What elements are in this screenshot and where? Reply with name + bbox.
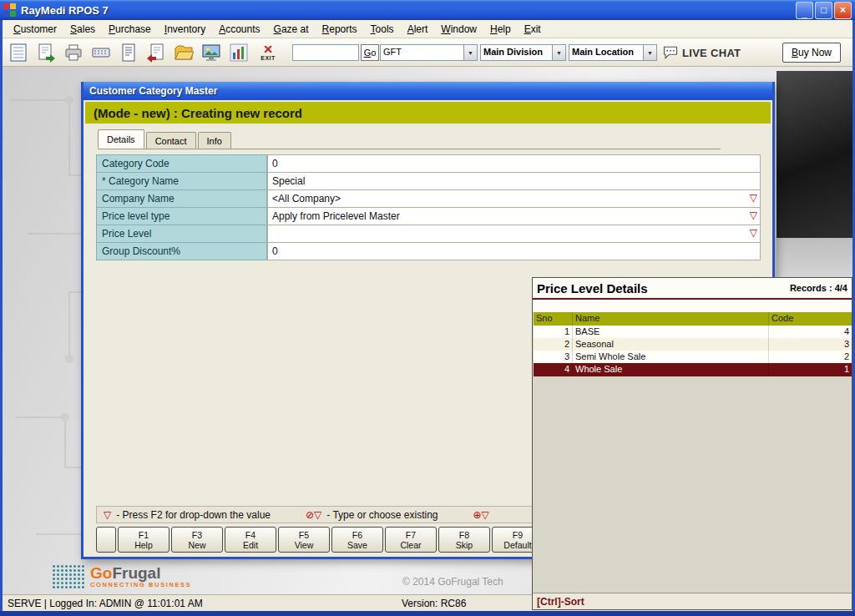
menu-help[interactable]: Help [483, 22, 518, 37]
col-name: Name [573, 312, 769, 326]
live-chat-label: LIVE CHAT [682, 47, 741, 59]
dropdown-arrow-icon[interactable]: ▽ [750, 193, 757, 204]
sort-hint-text: [Ctrl]-Sort [537, 596, 584, 608]
type-choose-hint-icon: ⊘▽ [306, 509, 321, 521]
f5-view-button[interactable]: F5View [278, 527, 330, 553]
menu-accounts[interactable]: Accounts [212, 22, 266, 37]
import-icon[interactable] [145, 42, 167, 63]
menu-alert[interactable]: Alert [401, 22, 435, 37]
menu-gaze-at[interactable]: Gaze at [267, 22, 316, 37]
group-discount-input[interactable]: 0 [267, 242, 761, 260]
minimize-button[interactable]: _ [796, 2, 813, 19]
ledger-icon[interactable] [8, 42, 29, 63]
dropdown-arrow-icon[interactable]: ▽ [750, 228, 757, 239]
price-level-type-input[interactable]: Apply from Pricelevel Master [267, 207, 761, 225]
col-code: Code [769, 312, 852, 326]
close-button[interactable]: × [834, 2, 852, 19]
field-row-group-discount: Group Discount% 0 [96, 242, 761, 260]
exit-x-glyph: ✕ [263, 44, 273, 55]
table-row[interactable]: 2 Seasonal 3 [534, 338, 852, 351]
sort-hint-bar: [Ctrl]-Sort [533, 593, 852, 609]
image-icon[interactable] [200, 42, 222, 63]
chat-bubble-icon [663, 45, 678, 60]
menu-reports[interactable]: Reports [316, 22, 364, 37]
gofrugal-logo: GoFrugal CONNECTING BUSINESS [52, 564, 191, 589]
product-banner-image [777, 71, 852, 238]
company-select[interactable]: GFT ▼ [380, 44, 478, 61]
tab-contact[interactable]: Contact [146, 132, 196, 149]
location-select[interactable]: Main Location ▼ [569, 44, 657, 61]
location-select-value: Main Location [569, 45, 643, 60]
dialog-title: Customer Category Master [89, 85, 217, 97]
f1-help-button[interactable]: F1Help [118, 527, 169, 553]
menu-inventory[interactable]: Inventory [158, 22, 212, 37]
menu-exit[interactable]: Exit [518, 22, 548, 37]
field-row-company-name: Company Name <All Company> ▽ [96, 189, 761, 208]
export-icon[interactable] [35, 42, 57, 63]
f4-edit-button[interactable]: F4Edit [225, 527, 276, 553]
chevron-down-icon[interactable]: ▼ [463, 45, 477, 60]
dropdown-arrow-icon[interactable]: ▽ [750, 210, 757, 221]
company-name-input[interactable]: <All Company> [267, 189, 761, 208]
category-name-label: * Category Name [96, 172, 267, 190]
company-name-label: Company Name [96, 189, 267, 208]
go-button[interactable]: Go [361, 44, 379, 61]
window-frame-bottom [0, 611, 855, 616]
tab-details[interactable]: Details [98, 129, 144, 149]
dropdown-hint-icon: ▽ [104, 509, 111, 521]
buy-now-button[interactable]: Buy Now [782, 43, 841, 63]
app-icon [3, 3, 17, 17]
exit-icon[interactable]: ✕ EXIT [255, 42, 281, 63]
category-code-label: Category Code [96, 154, 267, 173]
maximize-button[interactable]: □ [815, 2, 832, 19]
price-level-label: Price Level [96, 225, 267, 243]
keyboard-icon[interactable] [90, 42, 112, 63]
menu-purchase[interactable]: Purchase [102, 22, 158, 37]
menu-tools[interactable]: Tools [364, 22, 401, 37]
window-frame-left [0, 20, 3, 611]
category-name-input[interactable]: Special [267, 172, 761, 190]
tab-strip: Details Contact Info [98, 130, 721, 149]
version-text: Version: RC86 [402, 598, 466, 609]
chart-icon[interactable] [228, 42, 250, 63]
application-window: RayMedi RPOS 7 _ □ × Customer Sales Purc… [0, 0, 855, 616]
price-level-input[interactable] [267, 225, 761, 243]
toolbar: ✕ EXIT Go GFT ▼ Main Division ▼ Main Loc… [3, 38, 852, 67]
f3-new-button[interactable]: F3New [171, 527, 223, 553]
hint-text-1: - Press F2 for drop-down the value [116, 509, 271, 521]
report-icon[interactable] [118, 42, 139, 63]
window-title: RayMedi RPOS 7 [21, 4, 794, 17]
tab-info[interactable]: Info [198, 132, 231, 149]
quick-search-input[interactable] [292, 44, 359, 61]
chevron-down-icon[interactable]: ▼ [643, 45, 656, 60]
window-titlebar: RayMedi RPOS 7 _ □ × [0, 0, 855, 20]
col-sno: Sno [534, 312, 573, 326]
print-icon[interactable] [63, 42, 84, 63]
login-status-text: SERVE | Logged In: ADMIN @ 11:01:01 AM [3, 598, 203, 609]
f7-clear-button[interactable]: F7Clear [385, 527, 437, 553]
field-row-category-name: * Category Name Special [96, 172, 761, 190]
chevron-down-icon[interactable]: ▼ [552, 45, 565, 60]
function-key-row: F1Help F3New F4Edit F5View F6Save F7Clea… [96, 527, 544, 553]
division-select-value: Main Division [481, 45, 552, 60]
table-row[interactable]: 1 BASE 4 [534, 326, 852, 339]
table-header: Sno Name Code [534, 312, 852, 326]
menu-bar: Customer Sales Purchase Inventory Accoun… [3, 20, 852, 38]
panel-title: Price Level Details [537, 281, 648, 295]
folder-icon[interactable] [173, 42, 195, 63]
division-select[interactable]: Main Division ▼ [480, 44, 566, 61]
menu-window[interactable]: Window [434, 22, 483, 37]
table-row[interactable]: 3 Semi Whole Sale 2 [534, 351, 852, 364]
panel-gap [533, 300, 852, 312]
category-code-input[interactable]: 0 [267, 154, 761, 173]
dialog-titlebar[interactable]: Customer Category Master [83, 82, 772, 100]
live-chat-link[interactable]: LIVE CHAT [663, 45, 741, 60]
field-row-category-code: Category Code 0 [96, 154, 761, 173]
f8-skip-button[interactable]: F8Skip [438, 527, 490, 553]
blank-function-button[interactable] [96, 527, 116, 553]
add-hint-icon: ⊕▽ [473, 509, 488, 521]
table-row-selected[interactable]: 4 Whole Sale 1 [534, 363, 852, 376]
menu-customer[interactable]: Customer [7, 22, 63, 37]
menu-sales[interactable]: Sales [63, 22, 102, 37]
f6-save-button[interactable]: F6Save [331, 527, 383, 553]
